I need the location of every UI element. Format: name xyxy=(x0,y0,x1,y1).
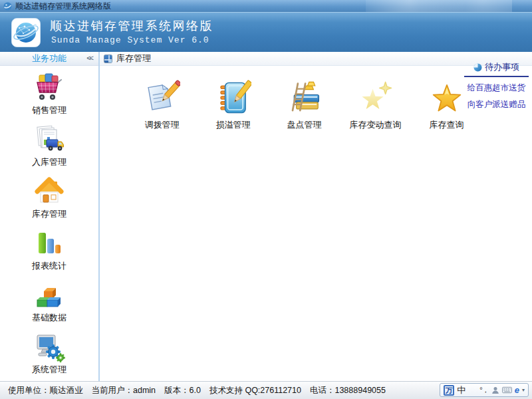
ime-browser-icon[interactable]: e xyxy=(515,385,519,395)
tab-window-icon xyxy=(104,55,112,63)
todo-item-gifts[interactable]: 向客户派送赠品 xyxy=(464,99,529,110)
status-current-user: 当前用户：admin xyxy=(92,385,156,396)
sidebar-item-inventory[interactable]: 库存管理 xyxy=(0,176,98,220)
shortcut-label: 盘点管理 xyxy=(287,119,322,131)
header-subtitle: Sunda Manage System Ver 6.0 xyxy=(51,35,209,45)
sidebar-item-label: 入库管理 xyxy=(32,156,66,168)
sidebar-collapse-button[interactable]: << xyxy=(86,54,92,62)
status-support-qq: 技术支持 QQ:276112710 xyxy=(209,385,301,396)
ime-language-toggle[interactable]: 中 xyxy=(457,384,466,396)
app-window: 顺达进销存管理系统网络版 顺达进销存管理系统网络版 Sunda Manage S… xyxy=(0,0,532,399)
sidebar-item-reports[interactable]: 报表统计 xyxy=(0,227,98,272)
sidebar-item-label: 系统管理 xyxy=(32,364,66,376)
tab-inventory-management[interactable]: 库存管理 xyxy=(116,53,151,65)
bar-chart-icon xyxy=(33,227,66,259)
documents-truck-icon xyxy=(33,124,66,156)
shortcut-stock-change-query[interactable]: 库存变动查询 xyxy=(340,80,411,131)
app-logo-globe-icon xyxy=(11,18,41,47)
ime-punctuation-toggle[interactable]: °， xyxy=(479,385,488,395)
sidebar-item-label: 销售管理 xyxy=(32,104,66,116)
gold-star-icon xyxy=(429,80,465,116)
sidebar-item-label: 基础数据 xyxy=(32,312,66,324)
shortcut-label: 调拨管理 xyxy=(145,119,180,131)
shortcut-label: 库存查询 xyxy=(430,119,464,131)
ime-mode-button[interactable]: 万 xyxy=(444,385,454,396)
ime-soft-keyboard-icon[interactable] xyxy=(502,386,512,394)
sidebar-item-label: 报表统计 xyxy=(32,260,66,272)
main-panel: 库存管理 xyxy=(100,52,532,381)
ime-menu-caret-icon[interactable]: ▾ xyxy=(522,387,525,393)
ime-user-icon[interactable] xyxy=(491,386,499,394)
todo-title: 待办事项 xyxy=(485,61,519,73)
sidebar-header: 业务功能 << xyxy=(0,52,98,66)
sparkle-stars-icon xyxy=(358,80,394,116)
sidebar-item-inbound[interactable]: 入库管理 xyxy=(0,124,98,168)
sidebar-item-basedata[interactable]: 基础数据 xyxy=(0,279,98,324)
app-globe-icon xyxy=(3,2,12,11)
house-icon xyxy=(33,176,66,207)
todo-panel: 待办事项 给百惠超市送货 向客户派送赠品 xyxy=(464,61,529,110)
sidebar-menu: 销售管理 xyxy=(0,66,98,383)
shortcut-stocktake-management[interactable]: 盘点管理 xyxy=(269,80,340,131)
shortcut-label: 损溢管理 xyxy=(216,119,251,131)
sidebar-item-label: 库存管理 xyxy=(32,208,66,220)
document-pencil-icon xyxy=(144,80,180,116)
ime-toolbar: 万 中 °， e ▾ xyxy=(440,383,529,397)
window-title: 顺达进销存管理系统网络版 xyxy=(15,1,111,12)
shopping-cart-icon xyxy=(33,72,66,104)
shortcut-loss-overflow-management[interactable]: 损溢管理 xyxy=(198,80,269,131)
todo-header: 待办事项 xyxy=(464,61,529,77)
sidebar-item-system[interactable]: 系统管理 xyxy=(0,331,98,376)
status-version: 版本：6.0 xyxy=(164,385,201,396)
data-blocks-icon xyxy=(33,279,66,311)
sidebar: 业务功能 << 销售管理 xyxy=(0,52,98,381)
ime-fullwidth-moon-icon[interactable] xyxy=(468,386,477,394)
window-titlebar: 顺达进销存管理系统网络版 xyxy=(0,0,532,12)
sidebar-item-sales[interactable]: 销售管理 xyxy=(0,72,98,116)
todo-sphere-icon xyxy=(473,63,482,72)
shortcut-label: 库存变动查询 xyxy=(350,119,402,131)
books-ladder-icon xyxy=(287,80,323,116)
monitor-gears-icon xyxy=(33,331,66,363)
app-header: 顺达进销存管理系统网络版 Sunda Manage System Ver 6.0 xyxy=(0,12,532,52)
todo-item-delivery[interactable]: 给百惠超市送货 xyxy=(464,82,529,94)
status-phone: 电话：13888949055 xyxy=(310,385,386,396)
status-company: 使用单位：顺达酒业 xyxy=(8,385,83,396)
notebook-pencil-icon xyxy=(215,80,251,116)
sidebar-title: 业务功能 xyxy=(32,53,66,65)
shortcut-transfer-management[interactable]: 调拨管理 xyxy=(126,80,198,131)
header-title: 顺达进销存管理系统网络版 xyxy=(50,18,213,34)
